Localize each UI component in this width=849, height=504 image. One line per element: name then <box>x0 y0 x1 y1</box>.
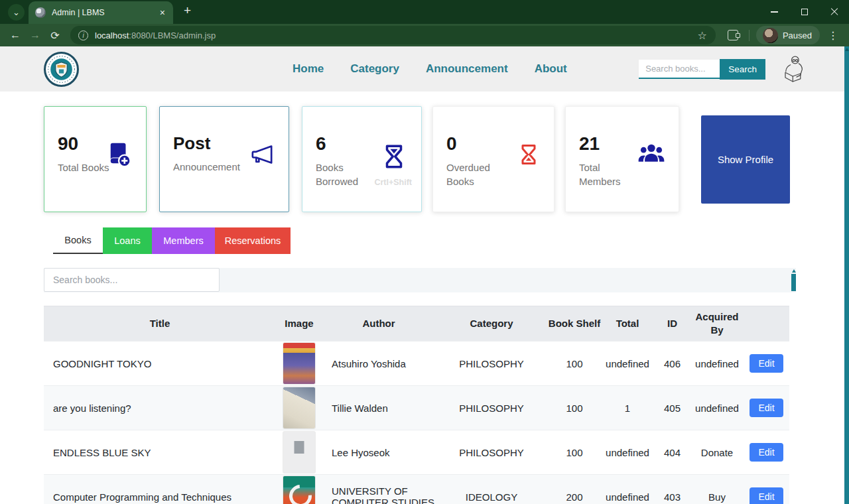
cell-category: PHILOSOPHY <box>435 342 548 386</box>
edit-button[interactable]: Edit <box>750 399 783 417</box>
new-tab-button[interactable]: + <box>184 3 191 18</box>
scroll-up-icon[interactable] <box>792 269 796 273</box>
header-search-button[interactable]: Search <box>720 59 765 80</box>
col-book-shelf: Book Shelf <box>548 306 601 342</box>
table-row: Computer Programming and Techniques UNIV… <box>44 475 789 504</box>
col-acquired-by: Acquired By <box>690 306 744 342</box>
cell-actions: Edit <box>744 475 789 504</box>
url-host: localhost <box>95 31 129 40</box>
site-info-icon[interactable]: i <box>78 31 88 40</box>
nav-announcement[interactable]: Announcement <box>426 62 508 76</box>
window-controls <box>759 0 849 24</box>
site-favicon-icon <box>35 7 46 18</box>
cell-total: undefined <box>601 475 654 504</box>
nav-about[interactable]: About <box>535 62 567 76</box>
tab-reservations[interactable]: Reservations <box>215 227 291 254</box>
cell-image <box>276 386 322 430</box>
book-add-icon <box>105 141 133 169</box>
card-post-announcement[interactable]: Post Announcement <box>159 106 289 212</box>
book-cover-image <box>283 432 315 473</box>
maximize-icon <box>801 9 808 15</box>
card-overdue-books[interactable]: 0 Overdued Books <box>432 106 555 212</box>
cell-category: IDEOLOGY <box>435 475 548 504</box>
cell-id: 405 <box>654 386 690 430</box>
edit-button[interactable]: Edit <box>750 487 783 504</box>
table-row: ENDLESS BLUE SKY Lee Hyoseok PHILOSOPHY … <box>44 430 789 475</box>
col-category: Category <box>435 306 548 342</box>
cell-id: 406 <box>654 342 690 386</box>
cell-id: 403 <box>654 475 690 504</box>
edit-button[interactable]: Edit <box>750 354 783 373</box>
col-image: Image <box>276 306 322 342</box>
close-window-button[interactable] <box>819 0 849 24</box>
hourglass-icon <box>380 141 408 172</box>
header-search: Search <box>639 59 765 80</box>
cell-author: Atsuhiro Yoshida <box>322 342 435 386</box>
cell-author: UNIVERSITY OF COMPUTER STUDIES <box>322 475 435 504</box>
scroll-thumb[interactable] <box>791 274 796 291</box>
toolbar-divider <box>749 30 750 41</box>
browser-tabstrip: ⌄ Admin | LBMS × + <box>0 0 849 24</box>
book-table-body: GOODNIGHT TOKYO Atsuhiro Yoshida PHILOSO… <box>44 342 789 504</box>
cell-book-shelf: 100 <box>548 430 601 475</box>
university-logo[interactable] <box>44 52 79 87</box>
cell-acquired-by: Donate <box>690 430 744 475</box>
edit-button[interactable]: Edit <box>750 443 783 462</box>
members-icon <box>637 141 665 166</box>
maximize-button[interactable] <box>789 0 819 24</box>
tab-loans[interactable]: Loans <box>103 227 152 254</box>
cell-total: 1 <box>601 386 654 430</box>
tab-members[interactable]: Members <box>152 227 215 254</box>
cell-actions: Edit <box>744 342 789 386</box>
nav-category[interactable]: Category <box>350 62 399 76</box>
card-total-members[interactable]: 21 Total Members <box>565 106 679 212</box>
cell-book-shelf: 200 <box>548 475 601 504</box>
megaphone-icon <box>249 141 275 168</box>
minimize-icon <box>771 11 778 12</box>
screen: ⌄ Admin | LBMS × + ← → ⟳ i localhost:808… <box>0 0 849 504</box>
book-cover-image <box>283 476 315 504</box>
hourglass-red-icon <box>517 141 541 168</box>
col-actions <box>744 306 789 342</box>
browser-menu-icon[interactable]: ⋮ <box>822 29 844 42</box>
tab-search-button[interactable]: ⌄ <box>8 4 25 21</box>
show-profile-button[interactable]: Show Profile <box>701 115 790 204</box>
view-tabs: Books Loans Members Reservations <box>53 227 849 254</box>
cell-id: 404 <box>654 430 690 475</box>
table-search-input[interactable] <box>44 268 220 292</box>
extensions-icon[interactable] <box>728 30 738 40</box>
col-title: Title <box>44 306 276 342</box>
book-cover-image <box>283 387 315 428</box>
url-bar[interactable]: i localhost:8080/LBMS/admin.jsp ☆ <box>70 26 716 44</box>
close-icon <box>830 8 838 16</box>
tab-close-icon[interactable]: × <box>159 7 166 18</box>
reload-button[interactable]: ⟳ <box>45 25 65 45</box>
panel-toolbar <box>44 268 796 292</box>
cell-total: undefined <box>601 342 654 386</box>
nav-home[interactable]: Home <box>293 62 324 76</box>
main-nav: Home Category Announcement About <box>293 62 567 76</box>
table-scrollbar[interactable] <box>791 269 796 309</box>
col-id: ID <box>654 306 690 342</box>
cell-image <box>276 342 322 386</box>
page-scroll-up-icon[interactable] <box>845 48 849 51</box>
bookmark-star-icon[interactable]: ☆ <box>692 29 712 42</box>
page-scrollbar[interactable] <box>844 46 849 504</box>
tab-books[interactable]: Books <box>53 227 103 254</box>
card-books-borrowed[interactable]: 6 Books Borrowed Crtl+Shift <box>302 106 422 212</box>
cell-author: Lee Hyoseok <box>322 430 435 475</box>
url-path: :8080/LBMS/admin.jsp <box>129 31 216 40</box>
header-search-input[interactable] <box>639 60 720 79</box>
reading-person-illustration <box>776 54 809 84</box>
forward-button[interactable]: → <box>25 25 45 45</box>
minimize-button[interactable] <box>759 0 789 24</box>
card-total-books[interactable]: 90 Total Books <box>44 106 147 212</box>
profile-paused-button[interactable]: Paused <box>756 26 820 44</box>
tab-title: Admin | LBMS <box>52 8 159 17</box>
cell-acquired-by: undefined <box>690 342 744 386</box>
cell-book-shelf: 100 <box>548 342 601 386</box>
table-header: Title Image Author Category Book Shelf T… <box>44 306 789 342</box>
back-button[interactable]: ← <box>5 25 25 45</box>
browser-tab[interactable]: Admin | LBMS × <box>29 1 173 24</box>
site-header: Home Category Announcement About Search <box>0 46 849 92</box>
